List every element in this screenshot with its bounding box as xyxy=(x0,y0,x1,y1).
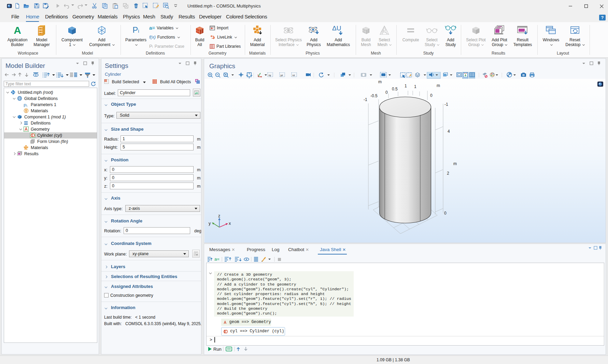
svg-text:z: z xyxy=(218,214,220,218)
svg-text:-0.5: -0.5 xyxy=(370,93,378,98)
svg-text:a=: a= xyxy=(214,257,220,262)
svg-text:y: y xyxy=(209,221,211,226)
svg-text:yz: yz xyxy=(281,74,283,77)
svg-text:1: 1 xyxy=(414,84,416,89)
svg-text:0: 0 xyxy=(444,211,447,216)
svg-text:ΔU: ΔU xyxy=(332,25,341,32)
svg-text:-1: -1 xyxy=(364,97,367,102)
svg-text:m: m xyxy=(453,161,457,166)
svg-text:4: 4 xyxy=(448,129,450,134)
svg-text:2: 2 xyxy=(447,171,449,176)
svg-text:Run: Run xyxy=(213,347,222,352)
svg-text:1: 1 xyxy=(405,84,407,88)
svg-text:m: m xyxy=(378,79,382,84)
svg-text:0: 0 xyxy=(430,93,433,98)
svg-text:0: 0 xyxy=(385,90,388,95)
svg-text:xy: xy xyxy=(269,74,271,77)
svg-text:xz: xz xyxy=(293,74,295,77)
svg-text:x: x xyxy=(229,221,231,226)
svg-text:-1: -1 xyxy=(444,102,448,107)
svg-text:m: m xyxy=(437,83,440,88)
svg-text:0.5: 0.5 xyxy=(392,87,398,91)
